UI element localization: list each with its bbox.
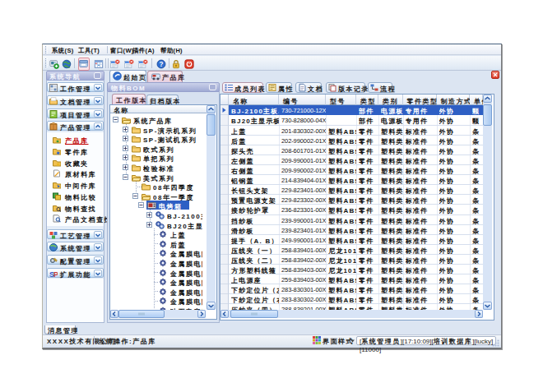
svg-text:P: P (53, 270, 58, 279)
svg-text:?: ? (160, 61, 164, 68)
